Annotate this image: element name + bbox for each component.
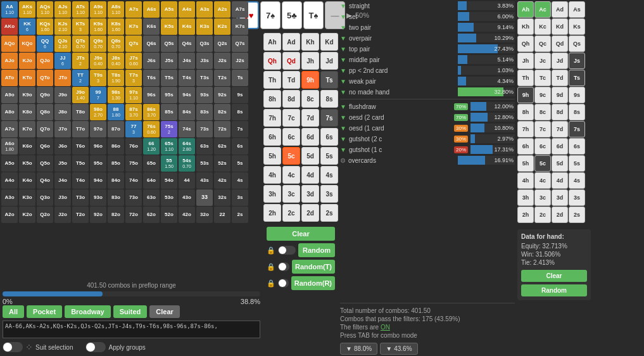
cell-97o[interactable]: 97o [90, 121, 106, 137]
card-6d[interactable]: 6d [301, 128, 319, 146]
cell-a2s[interactable]: A2s [214, 1, 230, 18]
card-2s[interactable]: 2s [320, 204, 338, 222]
filter-middle-pair[interactable]: ▼ middle pair 5.14% [340, 55, 515, 64]
s-7d[interactable]: 7d [552, 121, 568, 137]
suited-button[interactable]: Suited [113, 305, 148, 318]
cell-52s[interactable]: 52s [214, 155, 230, 172]
s-kc[interactable]: Kc [534, 18, 551, 35]
card-3h[interactable]: 3h [263, 185, 281, 203]
s-7h[interactable]: 7h [517, 121, 534, 137]
cell-t9s[interactable]: T9s3 [90, 70, 106, 86]
filter-flushdraw[interactable]: ▼ flushdraw 70% 12.00% [340, 102, 515, 111]
s-qc[interactable]: Qc [534, 35, 551, 52]
card-2c[interactable]: 2c [282, 204, 300, 222]
cell-82s[interactable]: 82s [214, 104, 230, 120]
filter-gutshot1c[interactable]: ▼ gutshot (1 c 20% 17.31% [340, 145, 515, 154]
cell-a4o[interactable]: A4o [1, 172, 18, 189]
cell-q2o[interactable]: Q2o [37, 207, 53, 223]
s-4h[interactable]: 4h [517, 172, 534, 189]
s-4s[interactable]: 4s [569, 172, 585, 189]
filter-straight[interactable]: ▼ straight 3.83% [340, 1, 515, 10]
s-5c[interactable]: 5c [534, 155, 551, 172]
s-5d[interactable]: 5d [552, 155, 568, 172]
cell-t2s[interactable]: T2s [214, 70, 230, 86]
cell-a9o[interactable]: A9o [1, 87, 18, 103]
cell-q5o[interactable]: Q5o [37, 155, 53, 172]
cell-q7s[interactable]: Q7s [125, 35, 142, 52]
s-ts[interactable]: Ts [569, 70, 585, 86]
cell-74o[interactable]: 74o [125, 172, 142, 189]
all-button[interactable]: All [3, 305, 24, 318]
s-qh[interactable]: Qh [517, 35, 534, 52]
cell-84s[interactable]: 84s [179, 104, 195, 120]
cell-95o[interactable]: 95o [90, 155, 106, 172]
clear-button[interactable]: Clear [149, 305, 180, 318]
card-ad[interactable]: Ad [282, 33, 300, 51]
cell-76s[interactable]: 76s0.60 [143, 121, 160, 137]
cell-64o[interactable]: 64o [143, 172, 160, 189]
cell-a3s[interactable]: A3s [196, 1, 213, 18]
s-ah[interactable]: Ah [517, 1, 534, 18]
cell-q6s[interactable]: Q6s [143, 35, 160, 52]
cell-92o[interactable]: 92o [90, 207, 106, 223]
cell-a9s[interactable]: A9s1.10 [90, 1, 106, 18]
s-qs[interactable]: Qs [569, 35, 585, 52]
cell-75s[interactable]: 75s2 [161, 121, 177, 137]
cell-52o[interactable]: 52o [161, 207, 177, 223]
s-8h[interactable]: 8h [517, 104, 534, 120]
filter-gutshot2c[interactable]: ▼ gutshot (2 c 30% 2.97% [340, 134, 515, 143]
card-2h[interactable]: 2h [263, 204, 281, 222]
card-7s-used[interactable]: 7s [320, 109, 338, 127]
cell-k7o[interactable]: K7o [19, 121, 35, 137]
cell-jto[interactable]: JTo [54, 70, 71, 86]
cell-83s[interactable]: 83s [196, 104, 213, 120]
s-9d[interactable]: 9d [552, 87, 568, 103]
cell-32o[interactable]: 32o [196, 207, 213, 223]
hand-data-clear-button[interactable]: Clear [521, 270, 587, 282]
board-random-button[interactable]: Random [298, 243, 335, 257]
card-4s[interactable]: 4s [320, 166, 338, 184]
cell-kjo[interactable]: KJo [19, 53, 35, 69]
suit-selection-switch[interactable] [3, 342, 23, 352]
cell-k8o[interactable]: K8o [19, 104, 35, 120]
cell-t6o[interactable]: T6o [72, 138, 89, 155]
cell-t9o[interactable]: J9o1.40 [72, 87, 89, 103]
card-3s[interactable]: 3s [320, 185, 338, 203]
s-qd[interactable]: Qd [552, 35, 568, 52]
cell-98o[interactable]: 98o2.70 [90, 104, 106, 120]
cell-2-off[interactable]: 2s [232, 207, 248, 223]
cell-j3s[interactable]: J3s [196, 53, 213, 69]
s-3s[interactable]: 3s [569, 189, 585, 206]
cell-66[interactable]: 661.20 [143, 138, 160, 155]
board-card-5c[interactable]: 5♣ [282, 1, 302, 29]
card-qh[interactable]: Qh [263, 52, 281, 70]
cell-q8s[interactable]: Q8s0.70 [108, 35, 124, 52]
cell-62o[interactable]: 62o [143, 207, 160, 223]
card-kh[interactable]: Kh [301, 33, 319, 51]
filter-pp2nd[interactable]: ▼ pp < 2nd card 1.03% [340, 66, 515, 75]
board-random-r-button[interactable]: Random(R) [291, 276, 335, 290]
cell-j8o[interactable]: J8o [54, 104, 71, 120]
s-ks[interactable]: Ks [569, 18, 585, 35]
cell-q-off[interactable]: Q7s [232, 35, 248, 52]
cell-44[interactable]: 44 [179, 172, 195, 189]
s-jd[interactable]: Jd [552, 53, 568, 69]
cell-95s[interactable]: 95s [161, 87, 177, 103]
cell-j2o[interactable]: J2o [54, 207, 71, 223]
s-6h[interactable]: 6h [517, 138, 534, 155]
cell-k8s[interactable]: K8s1.60 [108, 18, 124, 35]
cell-j7s[interactable]: J7s0.60 [125, 53, 142, 69]
card-4c[interactable]: 4c [282, 166, 300, 184]
s-5h[interactable]: 5h [517, 155, 534, 172]
s-js[interactable]: Js [569, 53, 585, 69]
cell-j4s[interactable]: J4s [179, 53, 195, 69]
range-text-input[interactable]: AA-66,AKs-A2s,KQs-K2s,QJs-Q2s,JTs-J4s,T9… [3, 321, 260, 338]
board-random-t-button[interactable]: Random(T) [292, 260, 335, 274]
cell-22[interactable]: 22 [214, 207, 230, 223]
s-8d[interactable]: 8d [552, 104, 568, 120]
cell-64s[interactable]: 64s2.80 [179, 138, 195, 155]
cell-aks[interactable]: AKs1.10 [19, 1, 35, 18]
s-jc[interactable]: Jc [534, 53, 551, 69]
cell-t-off[interactable]: Ts [232, 70, 248, 86]
cell-k7s[interactable]: K7s [125, 18, 142, 35]
